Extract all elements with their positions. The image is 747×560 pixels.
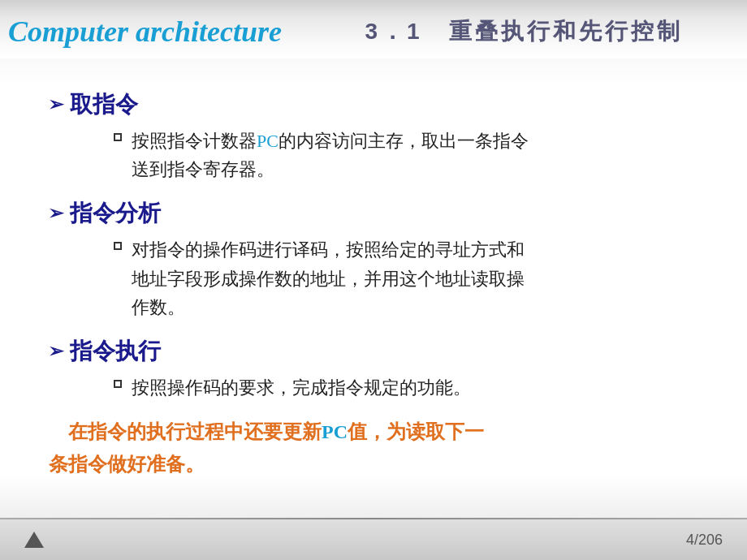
bullet1-arrow: ➢: [49, 94, 63, 115]
bullet1-label: 取指令: [70, 89, 138, 120]
pc-highlight-1: PC: [257, 131, 279, 151]
page-number: 4/206: [686, 532, 723, 549]
app-title: Computer architecture: [8, 15, 317, 49]
main-content: ➢ 取指令 按照指令计数器PC的内容访问主存，取出一条指令送到指令寄存器。 ➢ …: [0, 58, 747, 519]
bullet3-sub1: 按照操作码的要求，完成指令规定的功能。: [114, 373, 706, 402]
bullet2-label: 指令分析: [70, 198, 161, 229]
bullet1-header: ➢ 取指令: [49, 89, 706, 120]
pc-highlight-orange: PC: [322, 421, 348, 442]
footer: 4/206: [0, 519, 747, 560]
orange-note: 在指令的执行过程中还要更新PC值，为读取下一条指令做好准备。: [49, 416, 706, 480]
bullet3-label: 指令执行: [70, 336, 161, 367]
bullet3-sub1-marker: [114, 380, 122, 388]
slide-title: 3．1 重叠执行和先行控制: [317, 16, 731, 47]
footer-triangle-icon: [24, 532, 44, 548]
bullet1-sub1-marker: [114, 133, 122, 141]
bullet1-sub1: 按照指令计数器PC的内容访问主存，取出一条指令送到指令寄存器。: [114, 127, 706, 183]
bullet3-header: ➢ 指令执行: [49, 336, 706, 367]
bullet2-sub1-marker: [114, 242, 122, 250]
bullet2-sub1: 对指令的操作码进行译码，按照给定的寻址方式和地址字段形成操作数的地址，并用这个地…: [114, 235, 706, 321]
bullet3-sub1-text: 按照操作码的要求，完成指令规定的功能。: [132, 373, 471, 402]
bullet2-header: ➢ 指令分析: [49, 198, 706, 229]
bullet2-sub1-text: 对指令的操作码进行译码，按照给定的寻址方式和地址字段形成操作数的地址，并用这个地…: [132, 235, 525, 321]
header: Computer architecture 3．1 重叠执行和先行控制: [0, 0, 747, 58]
bullet1-sub1-text: 按照指令计数器PC的内容访问主存，取出一条指令送到指令寄存器。: [132, 127, 529, 183]
bullet2-arrow: ➢: [49, 203, 63, 224]
bullet3-arrow: ➢: [49, 341, 63, 362]
